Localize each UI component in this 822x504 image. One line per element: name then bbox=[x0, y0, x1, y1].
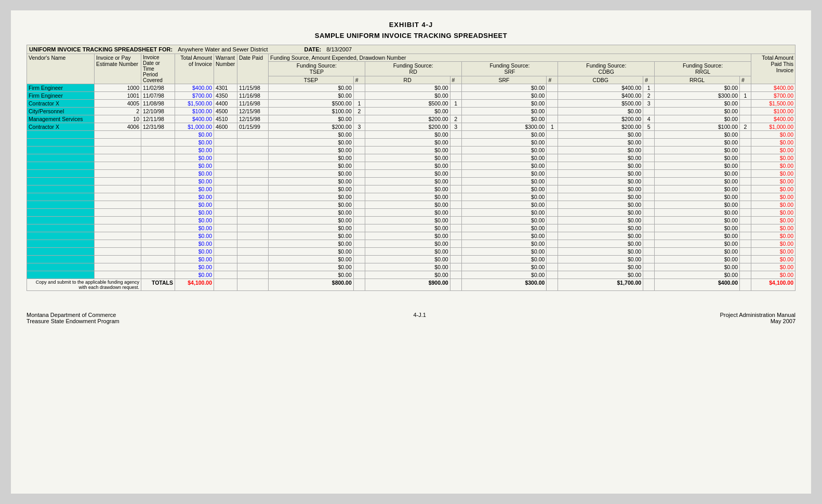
empty-row: $0.00$0.00$0.00$0.00$0.00$0.00$0.00 bbox=[27, 271, 796, 279]
th-paid-total: Total AmountPaid ThisInvoice bbox=[751, 54, 796, 84]
empty-row: $0.00$0.00$0.00$0.00$0.00$0.00$0.00 bbox=[27, 139, 796, 147]
footer-right-line2: May 2007 bbox=[720, 318, 796, 324]
empty-row: $0.00$0.00$0.00$0.00$0.00$0.00$0.00 bbox=[27, 162, 796, 170]
page: EXHIBIT 4-J SAMPLE UNIFORM INVOICE TRACK… bbox=[11, 10, 811, 494]
th-rrgl: Funding Source:RRGL bbox=[655, 62, 751, 76]
footer-center: 4-J.1 bbox=[413, 312, 426, 324]
th-tsep-amt: TSEP bbox=[269, 76, 354, 84]
empty-row: $0.00$0.00$0.00$0.00$0.00$0.00$0.00 bbox=[27, 185, 796, 193]
th-invoice-date: InvoiceDate orTimePeriodCovered bbox=[141, 54, 175, 84]
info-bar: UNIFORM INVOICE TRACKING SPREADSHEET FOR… bbox=[26, 45, 796, 54]
footer-right-line1: Project Administration Manual bbox=[720, 312, 796, 318]
th-rd: Funding Source:RD bbox=[365, 62, 461, 76]
empty-row: $0.00$0.00$0.00$0.00$0.00$0.00$0.00 bbox=[27, 240, 796, 248]
totals-rd: $900.00 bbox=[365, 279, 450, 291]
totals-tsep: $800.00 bbox=[269, 279, 354, 291]
footer-left-line1: Montana Department of Commerce bbox=[26, 312, 120, 318]
table-row: Firm Engineer100111/07/98$700.00435011/1… bbox=[27, 92, 796, 100]
totals-label: TOTALS bbox=[141, 279, 175, 291]
invoice-table: Vendor's Name Invoice or Pay Estimate Nu… bbox=[26, 54, 796, 291]
th-h2: # bbox=[450, 76, 461, 84]
th-h4: # bbox=[643, 76, 655, 84]
th-h1: # bbox=[353, 76, 365, 84]
info-value2: 8/13/2007 bbox=[326, 46, 352, 52]
th-date-paid: Date Paid bbox=[237, 54, 269, 84]
empty-row: $0.00$0.00$0.00$0.00$0.00$0.00$0.00 bbox=[27, 178, 796, 185]
table-row: Firm Engineer100011/02/98$400.00430111/1… bbox=[27, 84, 796, 92]
empty-row: $0.00$0.00$0.00$0.00$0.00$0.00$0.00 bbox=[27, 224, 796, 232]
table-row: Contractor X400511/08/98$1,500.00440011/… bbox=[27, 100, 796, 108]
table-row: Contractor X400612/31/98$1,000.00460001/… bbox=[27, 123, 796, 131]
totals-paid-total: $4,100.00 bbox=[751, 279, 796, 291]
th-funding-source-label: Funding Source, Amount Expended, Drawdow… bbox=[269, 54, 751, 62]
empty-row: $0.00$0.00$0.00$0.00$0.00$0.00$0.00 bbox=[27, 209, 796, 217]
th-vendor: Vendor's Name bbox=[27, 54, 95, 84]
header-row-1: Vendor's Name Invoice or Pay Estimate Nu… bbox=[27, 54, 796, 62]
empty-row: $0.00$0.00$0.00$0.00$0.00$0.00$0.00 bbox=[27, 147, 796, 154]
footer-left: Montana Department of Commerce Treasure … bbox=[26, 312, 120, 324]
copy-note: Copy and submit to the applicable fundin… bbox=[27, 279, 141, 291]
totals-srf: $300.00 bbox=[461, 279, 547, 291]
th-cdbg-amt: CDBG bbox=[558, 76, 643, 84]
spreadsheet-title: SAMPLE UNIFORM INVOICE TRACKING SPREADSH… bbox=[26, 32, 796, 39]
empty-row: $0.00$0.00$0.00$0.00$0.00$0.00$0.00 bbox=[27, 248, 796, 256]
empty-row: $0.00$0.00$0.00$0.00$0.00$0.00$0.00 bbox=[27, 170, 796, 178]
empty-row: $0.00$0.00$0.00$0.00$0.00$0.00$0.00 bbox=[27, 217, 796, 224]
empty-row: $0.00$0.00$0.00$0.00$0.00$0.00$0.00 bbox=[27, 256, 796, 263]
info-label1: UNIFORM INVOICE TRACKING SPREADSHEET FOR… bbox=[29, 46, 173, 52]
empty-row: $0.00$0.00$0.00$0.00$0.00$0.00$0.00 bbox=[27, 154, 796, 162]
th-rrgl-amt: RRGL bbox=[655, 76, 740, 84]
empty-row: $0.00$0.00$0.00$0.00$0.00$0.00$0.00 bbox=[27, 232, 796, 240]
th-h5: # bbox=[740, 76, 751, 84]
table-row: City/Personnel212/10/98$100.00450012/15/… bbox=[27, 108, 796, 115]
empty-row: $0.00$0.00$0.00$0.00$0.00$0.00$0.00 bbox=[27, 201, 796, 209]
th-warrant: WarrantNumber bbox=[214, 54, 237, 84]
th-srf-amt: SRF bbox=[461, 76, 547, 84]
th-h3: # bbox=[547, 76, 558, 84]
info-value1: Anywhere Water and Sewer District bbox=[178, 46, 268, 52]
th-srf: Funding Source:SRF bbox=[461, 62, 558, 76]
totals-rrgl: $400.00 bbox=[655, 279, 740, 291]
empty-row: $0.00$0.00$0.00$0.00$0.00$0.00$0.00 bbox=[27, 263, 796, 271]
totals-row: Copy and submit to the applicable fundin… bbox=[27, 279, 796, 291]
th-cdbg: Funding Source:CDBG bbox=[558, 62, 655, 76]
totals-cdbg: $1,700.00 bbox=[558, 279, 643, 291]
footer-left-line2: Treasure State Endowment Program bbox=[26, 318, 120, 324]
th-tsep: Funding Source:TSEP bbox=[269, 62, 365, 76]
footer: Montana Department of Commerce Treasure … bbox=[26, 312, 796, 324]
info-label2: DATE: bbox=[304, 46, 321, 52]
totals-total: $4,100.00 bbox=[175, 279, 214, 291]
exhibit-title: EXHIBIT 4-J bbox=[26, 21, 796, 29]
th-invoice-num: Invoice or Pay Estimate Number bbox=[95, 54, 141, 84]
table-row: Management Services1012/11/98$400.004510… bbox=[27, 115, 796, 123]
empty-row: $0.00$0.00$0.00$0.00$0.00$0.00$0.00 bbox=[27, 193, 796, 201]
footer-right: Project Administration Manual May 2007 bbox=[720, 312, 796, 324]
empty-row: $0.00$0.00$0.00$0.00$0.00$0.00$0.00 bbox=[27, 131, 796, 139]
th-rd-amt: RD bbox=[365, 76, 450, 84]
th-total-amount: Total Amountof Invoice bbox=[175, 54, 214, 84]
